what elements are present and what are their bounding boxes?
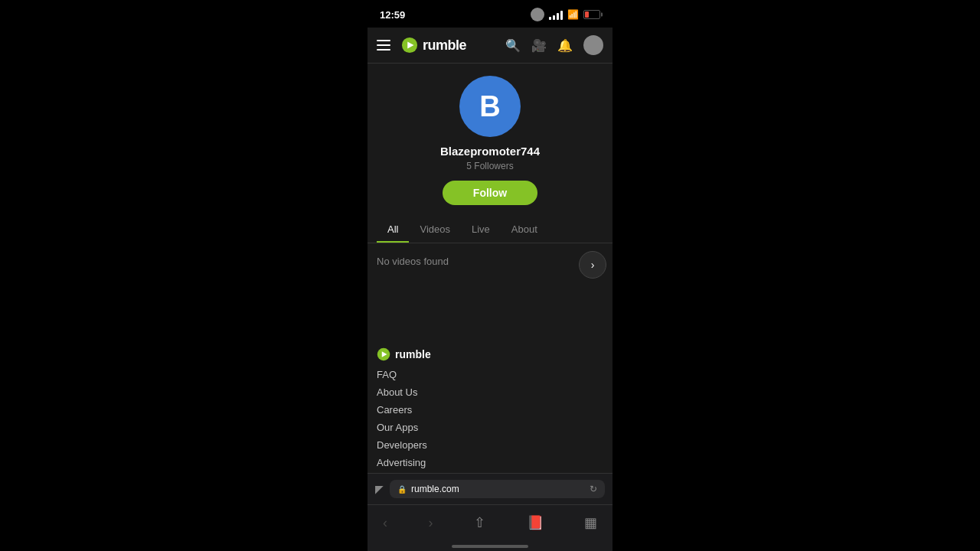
tabs-bar: All Videos Live About bbox=[368, 216, 612, 243]
url-text: rumble.com bbox=[411, 484, 459, 494]
battery-icon bbox=[583, 10, 600, 19]
rumble-header: rumble 🔍 🎥 🔔 bbox=[368, 28, 612, 64]
tab-videos[interactable]: Videos bbox=[409, 216, 461, 243]
tab-about[interactable]: About bbox=[501, 216, 548, 243]
notification-bell-icon[interactable]: 🔔 bbox=[557, 38, 573, 53]
footer-links: FAQ About Us Careers Our Apps Developers… bbox=[377, 369, 603, 468]
user-avatar-icon[interactable] bbox=[583, 35, 603, 55]
share-button[interactable]: ⇧ bbox=[471, 511, 488, 534]
profile-followers: 5 Followers bbox=[466, 161, 513, 171]
forward-button[interactable]: › bbox=[426, 512, 436, 534]
content-area: No videos found › bbox=[368, 243, 612, 338]
footer-link-advertising[interactable]: Advertising bbox=[377, 457, 603, 468]
desktop-view-icon[interactable]: ◤ bbox=[375, 483, 384, 495]
reload-icon[interactable]: ↻ bbox=[590, 484, 597, 494]
profile-avatar: B bbox=[459, 76, 521, 137]
browser-content: rumble 🔍 🎥 🔔 B Blazepromoter744 5 Follow… bbox=[368, 28, 612, 473]
follow-button[interactable]: Follow bbox=[443, 181, 537, 205]
url-bar[interactable]: 🔒 rumble.com ↻ bbox=[390, 480, 605, 498]
no-videos-text: No videos found bbox=[368, 243, 612, 279]
footer-rumble-logo: rumble bbox=[377, 347, 603, 361]
status-icons: 📶 bbox=[531, 8, 600, 21]
rumble-play-icon bbox=[401, 37, 418, 54]
back-button[interactable]: ‹ bbox=[380, 512, 390, 534]
footer-link-about-us[interactable]: About Us bbox=[377, 386, 603, 398]
home-bar bbox=[452, 545, 528, 548]
signal-bars-icon bbox=[549, 9, 563, 20]
status-avatar-icon bbox=[531, 8, 544, 21]
add-video-icon[interactable]: 🎥 bbox=[531, 38, 547, 53]
chevron-right-button[interactable]: › bbox=[579, 251, 606, 279]
search-icon[interactable]: 🔍 bbox=[505, 38, 521, 53]
footer-link-our-apps[interactable]: Our Apps bbox=[377, 422, 603, 433]
wifi-icon: 📶 bbox=[567, 9, 579, 20]
lock-icon: 🔒 bbox=[397, 485, 407, 494]
footer-link-developers[interactable]: Developers bbox=[377, 439, 603, 451]
hamburger-menu-icon[interactable] bbox=[377, 40, 390, 51]
tab-live[interactable]: Live bbox=[461, 216, 501, 243]
rumble-logo[interactable]: rumble bbox=[401, 37, 495, 54]
footer-link-faq[interactable]: FAQ bbox=[377, 369, 603, 380]
home-indicator bbox=[368, 540, 612, 551]
tabs-button[interactable]: ▦ bbox=[581, 511, 600, 534]
tab-all[interactable]: All bbox=[377, 216, 409, 243]
browser-bar: ◤ 🔒 rumble.com ↻ bbox=[368, 473, 612, 504]
status-time: 12:59 bbox=[380, 9, 405, 21]
browser-toolbar: ‹ › ⇧ 📕 ▦ bbox=[368, 504, 612, 540]
header-icons: 🔍 🎥 🔔 bbox=[505, 35, 603, 55]
profile-name: Blazepromoter744 bbox=[440, 145, 540, 158]
bookmarks-button[interactable]: 📕 bbox=[524, 511, 547, 534]
profile-section: B Blazepromoter744 5 Followers Follow bbox=[368, 64, 612, 216]
status-bar: 12:59 📶 bbox=[368, 0, 612, 28]
footer-logo-text: rumble bbox=[395, 348, 431, 360]
profile-initial: B bbox=[479, 90, 500, 123]
rumble-logo-text: rumble bbox=[423, 37, 466, 54]
footer-section: rumble FAQ About Us Careers Our Apps Dev… bbox=[368, 338, 612, 473]
footer-play-icon bbox=[377, 347, 390, 361]
footer-link-careers[interactable]: Careers bbox=[377, 404, 603, 416]
